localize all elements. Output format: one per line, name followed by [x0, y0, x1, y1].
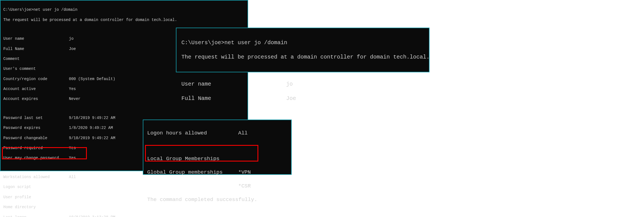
- label: Comment: [3, 56, 69, 61]
- value: 1/8/2020 9:49:22 AM: [69, 125, 113, 130]
- value: *VPN: [238, 169, 251, 176]
- command-line: C:\Users\joe>net user jo /domain: [3, 7, 245, 12]
- value: jo: [286, 81, 293, 88]
- field-user-name: User namejo: [181, 81, 424, 88]
- field-full-name: Full NameJoe: [181, 95, 424, 102]
- label: Logon script: [3, 184, 69, 189]
- label: User name: [181, 81, 286, 88]
- label: Password required: [3, 145, 69, 150]
- label: User profile: [3, 195, 69, 200]
- request-message: The request will be processed at a domai…: [3, 17, 245, 22]
- value: All: [238, 130, 248, 137]
- command-text: net user jo /domain: [33, 7, 77, 12]
- terminal-zoom-top: C:\Users\joe>net user jo /domain The req…: [176, 28, 430, 72]
- field-global-group: Global Group memberships*VPN: [147, 169, 287, 176]
- label: Country/region code: [3, 76, 69, 81]
- label: Full Name: [3, 46, 69, 51]
- label: Global Group memberships: [147, 169, 238, 176]
- terminal-zoom-bottom: Logon hours allowedAll Local Group Membe…: [143, 120, 292, 175]
- value: Joe: [69, 46, 76, 51]
- label: Password last set: [3, 115, 69, 120]
- label: User name: [3, 36, 69, 41]
- prompt: C:\Users\joe>: [181, 39, 224, 46]
- value: Yes: [69, 86, 76, 91]
- label: Password changeable: [3, 136, 69, 141]
- blank-line: [181, 68, 424, 73]
- field-logon-hours: Logon hours allowedAll: [147, 130, 287, 137]
- value: Yes: [69, 155, 76, 160]
- value: All: [69, 174, 76, 179]
- label: Workstations allowed: [3, 174, 69, 179]
- value: Joe: [286, 95, 296, 102]
- blank-line: [147, 143, 287, 149]
- label: Account active: [3, 86, 69, 91]
- label: Last logon: [3, 215, 69, 217]
- value: 9/10/2019 9:49:22 AM: [69, 115, 115, 120]
- label: Account expires: [3, 96, 69, 101]
- request-message: The request will be processed at a domai…: [181, 54, 424, 61]
- label: Logon hours allowed: [147, 130, 238, 137]
- field-local-group: Local Group Memberships: [147, 155, 287, 162]
- field-global-group-2: *CSR: [147, 183, 287, 190]
- prompt: C:\Users\joe>: [3, 7, 33, 12]
- command-text: net user jo /domain: [224, 39, 287, 46]
- value: *CSR: [238, 183, 251, 190]
- completed-message: The command completed successfully.: [147, 196, 287, 203]
- label: Local Group Memberships: [147, 155, 238, 162]
- value: jo: [69, 36, 74, 41]
- value: Never: [69, 96, 80, 101]
- label: [147, 183, 238, 190]
- value: 9/10/2019 9:49:22 AM: [69, 136, 115, 141]
- value: 10/8/2019 3:13:28 PM: [69, 215, 115, 217]
- label: Full Name: [181, 95, 286, 102]
- value: 000 (System Default): [69, 76, 115, 81]
- label: User may change password: [3, 155, 69, 160]
- label: Home directory: [3, 205, 69, 210]
- value: Yes: [69, 145, 76, 150]
- label: User's comment: [3, 66, 69, 71]
- label: Password expires: [3, 125, 69, 130]
- command-line: C:\Users\joe>net user jo /domain: [181, 39, 424, 46]
